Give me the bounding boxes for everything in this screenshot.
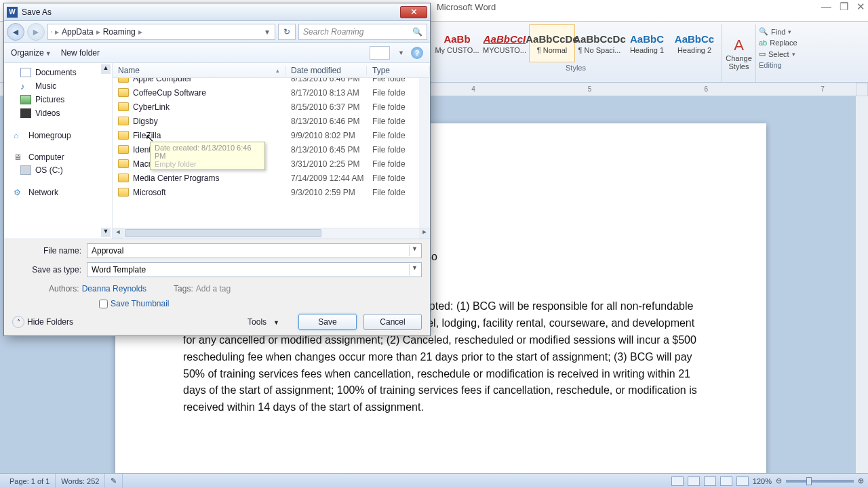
file-row[interactable]: FileZilla9/9/2010 8:02 PMFile folde (113, 128, 430, 142)
ruler-toggle[interactable] (856, 83, 868, 96)
videos-icon (20, 108, 31, 118)
replace-icon: ab (759, 39, 767, 47)
nav-pictures[interactable]: Pictures (4, 93, 112, 106)
breadcrumb-roaming[interactable]: Roaming (103, 27, 136, 37)
homegroup-icon: ⌂ (14, 131, 24, 140)
save-thumbnail-checkbox[interactable] (99, 300, 108, 308)
navpane-scroll-up[interactable]: ▲ (101, 64, 111, 74)
dialog-bottom: File name: Approval▼ Save as type: Word … (4, 239, 430, 336)
nav-documents[interactable]: Documents (4, 66, 112, 79)
tools-button[interactable]: Tools ▼ (248, 317, 279, 327)
help-button[interactable]: ? (411, 47, 423, 59)
find-button[interactable]: 🔍Find▾ (759, 26, 814, 37)
file-list: Name▴ Date modified Type Apple Computer8… (113, 63, 430, 239)
style-normal[interactable]: AaBbCcDc¶ Normal (529, 24, 575, 62)
view-outline[interactable] (720, 476, 732, 486)
change-styles-button[interactable]: A Change Styles (722, 24, 756, 82)
view-web-layout[interactable] (704, 476, 716, 486)
nav-network[interactable]: ⚙Network (4, 184, 112, 199)
zoom-out-button[interactable]: ⊖ (776, 476, 782, 485)
dialog-title: Save As (22, 7, 52, 17)
style-nospaci[interactable]: AaBbCcDc¶ No Spaci... (576, 24, 623, 62)
styles-group-label: Styles (434, 62, 717, 73)
word-title: Microsoft Word (437, 2, 496, 12)
minimize-icon[interactable]: — (821, 1, 831, 13)
file-row[interactable]: Media Center Programs7/14/2009 12:44 AMF… (113, 171, 430, 185)
back-button[interactable]: ◄ (7, 23, 24, 41)
close-icon[interactable]: ✕ (856, 1, 865, 13)
file-row[interactable]: CoffeeCup Software8/17/2010 8:13 AMFile … (113, 85, 430, 100)
nav-drive-c[interactable]: OS (C:) (4, 163, 112, 177)
file-row[interactable]: Microsoft9/3/2010 2:59 PMFile folde (113, 185, 430, 199)
nav-music[interactable]: ♪Music (4, 79, 112, 93)
filename-dropdown-icon[interactable]: ▼ (409, 245, 420, 256)
style-heading1[interactable]: AaBbCHeading 1 (624, 24, 670, 62)
find-icon: 🔍 (759, 27, 768, 36)
nav-computer[interactable]: 🖥Computer (4, 148, 112, 163)
saveastype-select[interactable]: Word Template▼ (87, 262, 422, 277)
file-row[interactable]: CyberLink8/15/2010 6:37 PMFile folde (113, 100, 430, 114)
views-dropdown-icon[interactable]: ▼ (398, 49, 404, 56)
nav-videos[interactable]: Videos (4, 106, 112, 120)
search-icon: 🔍 (412, 27, 422, 37)
view-full-screen[interactable] (688, 476, 700, 486)
breadcrumb[interactable]: ▸ AppData ▸ Roaming ▸ ▾ (47, 24, 275, 40)
folder-icon (118, 131, 129, 140)
view-print-layout[interactable] (671, 476, 684, 486)
restore-icon[interactable]: ❐ (840, 1, 848, 13)
style-mycusto[interactable]: AaBbMy CUSTO... (434, 24, 480, 62)
folder-icon (118, 174, 129, 182)
filename-input[interactable]: Approval▼ (87, 243, 422, 258)
file-row[interactable]: Apple Computer8/13/2010 6:46 PMFile fold… (113, 78, 430, 85)
col-date[interactable]: Date modified (285, 66, 367, 75)
hide-folders-button[interactable]: ˄ Hide Folders (12, 316, 73, 328)
cancel-button[interactable]: Cancel (363, 314, 422, 330)
word-icon: W (7, 7, 18, 18)
status-proofing-icon[interactable]: ✎ (105, 474, 123, 488)
styles-group: AaBbMy CUSTO...AaBbCcIMYCUSTO...AaBbCcDc… (434, 24, 722, 82)
status-words[interactable]: Words: 252 (56, 474, 105, 488)
search-input[interactable]: Search Roaming 🔍 (298, 24, 427, 40)
refresh-button[interactable]: ↻ (278, 24, 296, 40)
save-thumbnail-label: Save Thumbnail (111, 299, 170, 308)
tags-label: Tags: (174, 284, 193, 293)
change-styles-icon: A (734, 37, 744, 54)
zoom-slider[interactable] (786, 480, 854, 483)
replace-button[interactable]: abReplace (759, 37, 814, 48)
folder-icon (118, 188, 129, 197)
zoom-in-button[interactable]: ⊕ (858, 476, 864, 485)
col-type[interactable]: Type (367, 66, 430, 75)
editing-group: 🔍Find▾ abReplace ▭Select▾ Editing (756, 24, 817, 82)
breadcrumb-appdata[interactable]: AppData (62, 27, 94, 37)
zoom-level[interactable]: 120% (753, 477, 772, 485)
file-list-header[interactable]: Name▴ Date modified Type (113, 63, 430, 78)
navpane-scroll-down[interactable]: ▼ (101, 228, 111, 237)
pictures-icon (20, 95, 31, 104)
style-heading2[interactable]: AaBbCcHeading 2 (671, 24, 717, 62)
save-button[interactable]: Save (298, 314, 357, 330)
select-button[interactable]: ▭Select▾ (759, 48, 814, 60)
forward-button[interactable]: ► (27, 23, 45, 41)
organize-button[interactable]: Organize▼ (11, 48, 52, 58)
views-button[interactable] (370, 46, 390, 60)
style-mycusto[interactable]: AaBbCcIMYCUSTO... (481, 24, 528, 62)
file-list-vscroll[interactable] (419, 78, 430, 228)
dialog-titlebar[interactable]: W Save As ✕ (4, 3, 430, 21)
tags-input[interactable]: Add a tag (196, 284, 231, 293)
breadcrumb-dropdown[interactable]: ▾ (262, 27, 272, 37)
computer-icon: 🖥 (14, 152, 24, 162)
status-page[interactable]: Page: 1 of 1 (4, 474, 56, 488)
folder-icon (118, 145, 129, 154)
authors-value[interactable]: Deanna Reynolds (82, 284, 146, 293)
file-list-hscroll[interactable]: ◄► (113, 228, 430, 239)
chevron-up-icon: ˄ (12, 316, 24, 328)
file-row[interactable]: Digsby8/13/2010 6:46 PMFile folde (113, 114, 430, 128)
nav-homegroup[interactable]: ⌂Homegroup (4, 127, 112, 142)
folder-icon (118, 102, 129, 111)
dialog-close-button[interactable]: ✕ (400, 6, 427, 18)
vertical-scrollbar[interactable] (856, 96, 868, 473)
saveastype-dropdown-icon[interactable]: ▼ (409, 264, 420, 275)
col-name[interactable]: Name (118, 66, 140, 75)
new-folder-button[interactable]: New folder (61, 48, 100, 58)
view-draft[interactable] (736, 476, 749, 486)
